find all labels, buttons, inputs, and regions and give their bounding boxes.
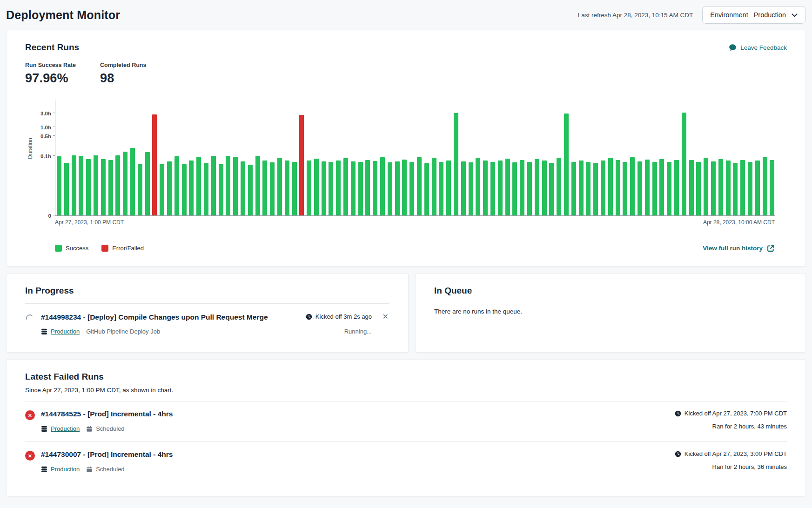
run-bar-success[interactable] (740, 160, 745, 215)
run-bar-success[interactable] (483, 160, 488, 215)
run-bar-success[interactable] (535, 159, 539, 215)
run-bar-success[interactable] (527, 162, 532, 215)
run-bar-success[interactable] (262, 160, 267, 215)
run-bar-success[interactable] (557, 158, 561, 215)
run-bar-success[interactable] (593, 163, 598, 215)
run-bar-success[interactable] (160, 164, 164, 215)
run-bar-success[interactable] (498, 160, 503, 215)
run-bar-success[interactable] (64, 163, 69, 215)
run-bar-success[interactable] (689, 160, 694, 215)
run-bar-success[interactable] (145, 152, 150, 215)
run-bar-success[interactable] (638, 161, 642, 215)
run-bar-success[interactable] (748, 162, 752, 215)
run-bar-success[interactable] (211, 156, 216, 216)
run-bar-success[interactable] (454, 113, 458, 215)
run-bar-success[interactable] (167, 161, 172, 215)
environment-link[interactable]: Production (51, 328, 80, 335)
run-bar-success[interactable] (718, 159, 723, 215)
run-bar-success[interactable] (108, 160, 113, 215)
run-bar-success[interactable] (549, 163, 554, 215)
run-bar-success[interactable] (623, 162, 627, 215)
run-bar-success[interactable] (770, 160, 774, 215)
run-bar-success[interactable] (469, 162, 473, 215)
run-bar-success[interactable] (424, 163, 429, 215)
run-bar-success[interactable] (358, 162, 363, 215)
run-bar-success[interactable] (322, 161, 326, 215)
run-bar-success[interactable] (204, 163, 208, 215)
run-bar-success[interactable] (196, 157, 201, 215)
run-bar-success[interactable] (72, 155, 76, 215)
run-bar-success[interactable] (696, 162, 701, 215)
run-bar-success[interactable] (395, 161, 400, 215)
run-bar-success[interactable] (579, 160, 584, 215)
run-bar-success[interactable] (755, 160, 760, 215)
run-bar-success[interactable] (571, 162, 576, 215)
run-bar-success[interactable] (733, 163, 738, 215)
run-bar-success[interactable] (630, 157, 635, 215)
run-bar-success[interactable] (586, 162, 591, 215)
run-bar-success[interactable] (520, 160, 524, 215)
run-bar-success[interactable] (726, 160, 731, 215)
run-bar-success[interactable] (79, 156, 83, 215)
run-bar-success[interactable] (233, 157, 238, 215)
run-bar-success[interactable] (608, 158, 613, 215)
run-bar-success[interactable] (248, 165, 253, 215)
run-bar-success[interactable] (115, 155, 120, 215)
run-bar-success[interactable] (292, 162, 297, 215)
run-bar-success[interactable] (343, 158, 348, 215)
run-bar-success[interactable] (682, 113, 686, 215)
run-bar-success[interactable] (652, 162, 657, 215)
run-bar-success[interactable] (667, 162, 671, 215)
run-bar-success[interactable] (461, 161, 466, 215)
run-bar-success[interactable] (388, 162, 392, 215)
run-bar-success[interactable] (314, 159, 319, 215)
run-bar-success[interactable] (270, 162, 275, 215)
run-bar-success[interactable] (402, 160, 407, 215)
run-bar-success[interactable] (277, 158, 282, 215)
run-bar-failed[interactable] (299, 115, 304, 215)
run-bar-success[interactable] (94, 155, 98, 215)
close-icon[interactable]: ✕ (372, 313, 389, 321)
run-bar-success[interactable] (490, 162, 495, 215)
run-bar-success[interactable] (130, 148, 135, 215)
run-bar-success[interactable] (476, 158, 480, 215)
run-bar-failed[interactable] (152, 114, 157, 215)
run-bar-success[interactable] (659, 159, 664, 215)
run-bar-success[interactable] (564, 114, 569, 215)
run-bar-success[interactable] (704, 158, 708, 215)
run-bar-success[interactable] (123, 152, 128, 215)
run-bar-success[interactable] (601, 160, 605, 215)
run-bar-success[interactable] (409, 162, 414, 215)
run-bar-success[interactable] (57, 156, 61, 215)
run-bar-success[interactable] (329, 162, 333, 215)
run-bar-success[interactable] (336, 160, 341, 215)
run-bar-success[interactable] (380, 157, 385, 215)
run-bar-success[interactable] (505, 159, 510, 215)
run-bar-success[interactable] (307, 160, 311, 215)
run-bar-success[interactable] (241, 161, 245, 215)
run-bar-success[interactable] (101, 159, 106, 215)
run-bar-success[interactable] (432, 158, 436, 215)
run-bar-success[interactable] (174, 156, 179, 215)
run-bar-success[interactable] (351, 161, 356, 215)
run-bar-success[interactable] (138, 164, 142, 215)
run-bar-success[interactable] (255, 156, 260, 216)
run-bar-success[interactable] (417, 157, 422, 215)
run-bar-success[interactable] (439, 162, 443, 215)
run-bar-success[interactable] (182, 164, 187, 215)
run-bar-success[interactable] (512, 162, 517, 215)
run-bar-success[interactable] (645, 160, 650, 215)
run-bar-success[interactable] (542, 160, 547, 215)
run-bar-success[interactable] (365, 160, 370, 216)
run-bar-success[interactable] (285, 160, 289, 215)
environment-link[interactable]: Production (51, 425, 80, 432)
run-bar-success[interactable] (674, 160, 679, 215)
view-full-run-history-link[interactable]: View full run history (703, 244, 775, 252)
run-bar-success[interactable] (711, 161, 716, 215)
run-bar-success[interactable] (763, 157, 767, 215)
run-bar-success[interactable] (219, 164, 223, 215)
leave-feedback-link[interactable]: Leave Feedback (729, 44, 787, 52)
run-bar-success[interactable] (373, 161, 377, 215)
environment-link[interactable]: Production (51, 466, 80, 473)
run-bar-success[interactable] (446, 160, 451, 215)
